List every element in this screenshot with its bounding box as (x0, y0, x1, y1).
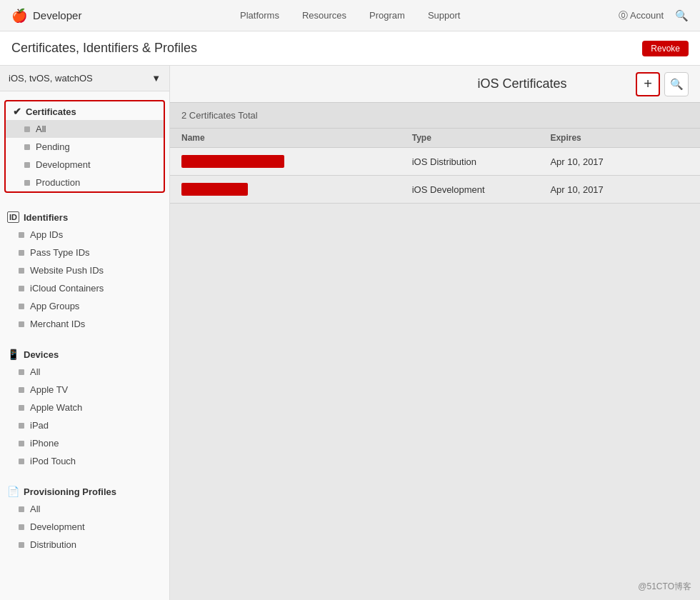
identifiers-label: Identifiers (24, 212, 68, 223)
bullet-icon (19, 387, 24, 393)
bullet-icon (19, 232, 24, 238)
sidebar-item-pass-type-ids[interactable]: Pass Type IDs (0, 244, 169, 261)
device-icon: 📱 (7, 349, 19, 360)
sidebar-item-iphone[interactable]: iPhone (0, 434, 169, 452)
nav-right: ⓪ Account 🔍 (619, 9, 689, 22)
revoke-button[interactable]: Revoke (642, 41, 689, 56)
cell-type: iOS Distribution (412, 156, 551, 167)
nav-program[interactable]: Program (369, 10, 405, 21)
sidebar-item-label: Development (36, 159, 91, 170)
certificates-group-highlighted: ✔ Certificates All Pending Development (4, 100, 165, 193)
cell-name: ██████████ (181, 183, 412, 196)
sidebar-item-label: All (30, 366, 40, 377)
cell-expires: Apr 10, 2017 (550, 156, 689, 167)
certificates-label: Certificates (26, 106, 76, 117)
provisioning-label: Provisioning Profiles (24, 486, 116, 497)
sidebar-item-label: iPod Touch (30, 456, 76, 466)
search-certificates-button[interactable]: 🔍 (664, 72, 689, 96)
add-certificate-button[interactable]: + (636, 72, 660, 96)
sidebar-item-label: App IDs (30, 229, 63, 240)
sidebar-item-app-groups[interactable]: App Groups (0, 297, 169, 315)
bullet-icon (19, 369, 24, 375)
sidebar-item-label: App Groups (30, 301, 79, 311)
devices-section-header: 📱 Devices (0, 344, 169, 363)
sidebar-item-devices-all[interactable]: All (0, 363, 169, 381)
redacted-name-1: ████████████████ (181, 155, 284, 168)
sidebar-item-label: All (30, 504, 40, 514)
bullet-icon (19, 441, 24, 446)
table-row[interactable]: ██████████ iOS Development Apr 10, 2017 (170, 176, 700, 204)
page-title: Certificates, Identifiers & Profiles (11, 41, 197, 56)
bullet-icon (24, 180, 30, 186)
main-content: iOS Certificates + 🔍 2 Certificates Tota… (170, 66, 700, 600)
logo-group: 🍎 Developer (11, 8, 81, 24)
devices-section: 📱 Devices All Apple TV Apple Watch iPad (0, 339, 169, 476)
search-icon[interactable]: 🔍 (675, 9, 689, 22)
certificates-section-header: ✔ Certificates (6, 101, 164, 120)
bullet-icon (24, 144, 30, 150)
bullet-icon (24, 126, 30, 132)
sidebar-item-label: Merchant IDs (30, 319, 85, 329)
table-row[interactable]: ████████████████ iOS Distribution Apr 10… (170, 148, 700, 176)
col-header-name: Name (181, 133, 412, 143)
col-header-expires: Expires (550, 133, 689, 143)
bullet-icon (19, 423, 24, 429)
cell-name: ████████████████ (181, 155, 412, 168)
provisioning-icon: 📄 (7, 486, 19, 497)
watermark: @51CTO博客 (638, 581, 691, 593)
content-header: iOS Certificates + 🔍 (170, 66, 700, 103)
sidebar-item-certs-pending[interactable]: Pending (6, 138, 164, 156)
sidebar-item-ipad[interactable]: iPad (0, 416, 169, 434)
redacted-name-2: ██████████ (181, 183, 248, 196)
sidebar-item-label: Apple Watch (30, 402, 82, 413)
provisioning-section: 📄 Provisioning Profiles All Development … (0, 476, 169, 559)
platform-dropdown[interactable]: iOS, tvOS, watchOS ▼ (0, 66, 169, 91)
sidebar-item-label: Development (30, 521, 85, 532)
chevron-down-icon: ▼ (151, 73, 161, 84)
sidebar-item-certs-development[interactable]: Development (6, 156, 164, 174)
id-icon: ID (7, 211, 19, 223)
bullet-icon (19, 524, 24, 530)
table-body: ████████████████ iOS Distribution Apr 10… (170, 148, 700, 600)
sidebar-item-ipod-touch[interactable]: iPod Touch (0, 452, 169, 470)
identifiers-section: ID Identifiers App IDs Pass Type IDs Web… (0, 201, 169, 339)
bullet-icon (19, 250, 24, 256)
bullet-icon (19, 321, 24, 327)
sidebar-item-apple-tv[interactable]: Apple TV (0, 381, 169, 399)
sidebar-item-provisioning-all[interactable]: All (0, 500, 169, 518)
sidebar-item-website-push-ids[interactable]: Website Push IDs (0, 261, 169, 279)
bullet-icon (19, 542, 24, 548)
nav-resources[interactable]: Resources (302, 10, 346, 21)
sidebar-item-certs-all[interactable]: All (6, 120, 164, 138)
top-nav: 🍎 Developer Platforms Resources Program … (0, 0, 700, 31)
sidebar-item-app-ids[interactable]: App IDs (0, 226, 169, 244)
sidebar-item-provisioning-development[interactable]: Development (0, 518, 169, 536)
account-link[interactable]: ⓪ Account (619, 9, 664, 22)
main-layout: iOS, tvOS, watchOS ▼ ✔ Certificates All … (0, 66, 700, 600)
sidebar-item-label: Pass Type IDs (30, 247, 90, 258)
sidebar: iOS, tvOS, watchOS ▼ ✔ Certificates All … (0, 66, 170, 600)
sidebar-item-label: iPhone (30, 438, 59, 449)
sidebar-item-apple-watch[interactable]: Apple Watch (0, 399, 169, 416)
sidebar-item-label: iCloud Containers (30, 283, 104, 294)
sidebar-item-label: iPad (30, 420, 49, 431)
sidebar-item-certs-all-label: All (36, 124, 46, 134)
content-title: iOS Certificates (409, 76, 636, 91)
nav-platforms[interactable]: Platforms (240, 10, 279, 21)
certificates-icon: ✔ (13, 106, 21, 117)
devices-label: Devices (24, 349, 59, 360)
sidebar-item-icloud-containers[interactable]: iCloud Containers (0, 279, 169, 297)
content-actions: + 🔍 (636, 72, 689, 96)
sidebar-item-provisioning-distribution[interactable]: Distribution (0, 536, 169, 554)
nav-support[interactable]: Support (428, 10, 461, 21)
sidebar-item-label: Website Push IDs (30, 265, 104, 276)
sidebar-item-label: Pending (36, 141, 70, 152)
identifiers-section-header: ID Identifiers (0, 207, 169, 226)
sidebar-item-merchant-ids[interactable]: Merchant IDs (0, 315, 169, 333)
provisioning-section-header: 📄 Provisioning Profiles (0, 481, 169, 500)
certificates-count: 2 Certificates Total (170, 103, 700, 129)
cell-type: iOS Development (412, 184, 551, 195)
sidebar-item-certs-production[interactable]: Production (6, 174, 164, 191)
brand-label: Developer (33, 9, 81, 21)
cell-expires: Apr 10, 2017 (550, 184, 689, 195)
